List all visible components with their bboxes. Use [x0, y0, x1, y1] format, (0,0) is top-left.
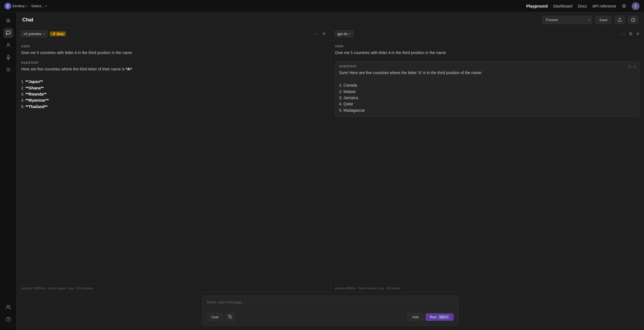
panel-2-footer: Latency 899ms · Finish reason: stop · 66… [331, 284, 644, 292]
history-icon [631, 18, 635, 22]
user-btn-label: User [211, 315, 219, 319]
main-layout: ⊞ [0, 12, 644, 330]
chat-panel-1: o1-preview ▾ ⚡ Beta ⋯ ✕ [17, 28, 331, 292]
panel-1-actions: ⋯ ✕ [314, 31, 326, 37]
panel-1-user-content: Give me 5 countries with letter A in the… [21, 50, 326, 56]
chat-panels: o1-preview ▾ ⚡ Beta ⋯ ✕ [17, 28, 644, 292]
nav-docs[interactable]: Docs [578, 4, 587, 8]
input-actions: User Add Run [207, 313, 454, 321]
project-label: Select... [31, 4, 44, 8]
org-label: Zeniteq [12, 4, 24, 8]
panel-2-header: gpt-4o ▾ ⋯ ⚙ ✕ [331, 28, 644, 40]
model-chevron-2: ▾ [349, 32, 351, 35]
header-actions: Presets ▾ Save [542, 16, 638, 24]
history-button[interactable] [628, 16, 638, 24]
panel-2-assistant-content: Sure! Here are five countries where the … [339, 70, 636, 113]
panel-2-copy-button[interactable]: ⊙ [633, 64, 636, 69]
add-button[interactable]: Add [407, 313, 423, 321]
input-box: User Add Run [202, 296, 458, 326]
presets-select[interactable]: Presets [542, 16, 592, 24]
panel-1-messages: USER Give me 5 countries with letter A i… [17, 40, 330, 284]
panel-2-settings-button[interactable]: ⚙ [628, 31, 633, 37]
chat-panel-2: gpt-4o ▾ ⋯ ⚙ ✕ USER Give me 5 countries … [331, 28, 644, 292]
model-name-2: gpt-4o [338, 32, 348, 36]
sidebar-item-menu[interactable] [3, 65, 13, 75]
svg-point-0 [8, 43, 9, 45]
model-selector-2[interactable]: gpt-4o ▾ [335, 30, 354, 37]
topnav-left: Z Zeniteq ▾ / Select... ▾ [4, 3, 47, 9]
settings-button[interactable]: ⚙ [622, 3, 626, 9]
nav-dashboard[interactable]: Dashboard [553, 4, 572, 8]
panel-2-more-button[interactable]: ⋯ [620, 31, 626, 37]
sidebar: ⊞ [0, 12, 17, 330]
topnav-right: Playground Dashboard Docs API reference … [526, 2, 640, 10]
svg-rect-11 [230, 316, 232, 318]
panel-2-stats: Latency 899ms · Finish reason: stop · 66… [335, 287, 400, 290]
org-selector[interactable]: Z Zeniteq ▾ [4, 3, 27, 9]
add-label: Add [412, 315, 419, 319]
sidebar-item-layout[interactable]: ⊞ [3, 16, 13, 26]
sidebar-item-person[interactable] [3, 40, 13, 50]
org-chevron-icon: ▾ [25, 4, 27, 8]
run-shortcut: Ctrl ↵ [438, 315, 449, 319]
input-actions-left: User [207, 313, 235, 321]
sidebar-item-mic[interactable] [3, 52, 13, 62]
svg-point-6 [7, 305, 8, 307]
panel-2-actions: ⋯ ⚙ ✕ [620, 31, 640, 37]
sidebar-item-help[interactable] [3, 314, 13, 324]
panel-1-header: o1-preview ▾ ⚡ Beta ⋯ ✕ [17, 28, 330, 40]
clipboard-icon [228, 315, 232, 319]
clipboard-button[interactable] [225, 313, 235, 321]
run-button[interactable]: Run Ctrl ↵ [426, 313, 454, 321]
chat-title: Chat [22, 17, 33, 23]
model-name-1: o1-preview [24, 32, 41, 36]
panel-1-assistant-role: ASSISTANT [21, 61, 326, 64]
panel-2-assistant-actions: ⊡ ⊙ [628, 64, 636, 69]
beta-label: Beta [57, 32, 64, 36]
panel-2-user-role: USER [335, 45, 640, 48]
nav-api-reference[interactable]: API reference [592, 4, 616, 8]
panel-2-compare-button[interactable]: ⊡ [628, 64, 631, 69]
panel-1-stats: Latency 19035ms · Finish reason: stop · … [21, 287, 93, 290]
save-label: Save [599, 18, 608, 22]
panel-1-more-button[interactable]: ⋯ [314, 31, 319, 37]
presets-wrapper: Presets ▾ [542, 16, 592, 24]
panel-2-user-message: USER Give me 5 countries with letter A i… [335, 45, 640, 56]
panel-1-footer: Latency 19035ms · Finish reason: stop · … [17, 284, 330, 292]
share-icon [618, 18, 622, 22]
beta-icon: ⚡ [52, 32, 56, 36]
sidebar-item-chat[interactable] [3, 28, 13, 38]
project-selector[interactable]: Select... ▾ [31, 4, 47, 8]
breadcrumb-sep: / [28, 4, 30, 8]
run-label: Run [430, 315, 437, 319]
panel-2-messages: USER Give me 5 countries with letter A i… [331, 40, 644, 284]
sidebar-item-team[interactable] [3, 302, 13, 312]
panel-1-assistant-content: Here are five countries where the third … [21, 66, 326, 110]
panel-2-user-content: Give me 5 countries with letter A in the… [335, 50, 640, 56]
beta-badge-1: ⚡ Beta [50, 31, 66, 36]
topnav: Z Zeniteq ▾ / Select... ▾ Playground Das… [0, 0, 644, 12]
nav-playground[interactable]: Playground [526, 4, 548, 8]
save-button[interactable]: Save [595, 16, 612, 24]
sidebar-bottom [3, 302, 13, 327]
user-message-input[interactable] [207, 300, 454, 310]
model-selector-1[interactable]: o1-preview ▾ [21, 30, 48, 37]
bottom-input-area: User Add Run [17, 292, 644, 330]
panel-2-assistant-box: ⊡ ⊙ ASSISTANT Sure! Here are five countr… [335, 61, 640, 117]
panel-2-assistant-role: ASSISTANT [339, 65, 636, 68]
org-avatar: Z [4, 3, 11, 9]
share-button[interactable] [614, 16, 625, 24]
project-chevron-icon: ▾ [45, 4, 47, 8]
panel-1-user-message: USER Give me 5 countries with letter A i… [21, 45, 326, 56]
content-area: Chat Presets ▾ Save [17, 12, 644, 330]
panel-1-close-button[interactable]: ✕ [322, 31, 326, 37]
user-avatar[interactable]: Z [632, 2, 640, 10]
panel-2-assistant-block: ⊡ ⊙ ASSISTANT Sure! Here are five countr… [335, 61, 640, 117]
input-actions-right: Add Run Ctrl ↵ [407, 313, 454, 321]
user-role-button[interactable]: User [207, 313, 223, 321]
model-chevron-1: ▾ [43, 32, 45, 35]
panel-1-user-role: USER [21, 45, 326, 48]
chat-header: Chat Presets ▾ Save [17, 12, 644, 28]
panel-2-close-button[interactable]: ✕ [635, 31, 640, 37]
panel-1-assistant-block: ASSISTANT Here are five countries where … [21, 61, 326, 110]
